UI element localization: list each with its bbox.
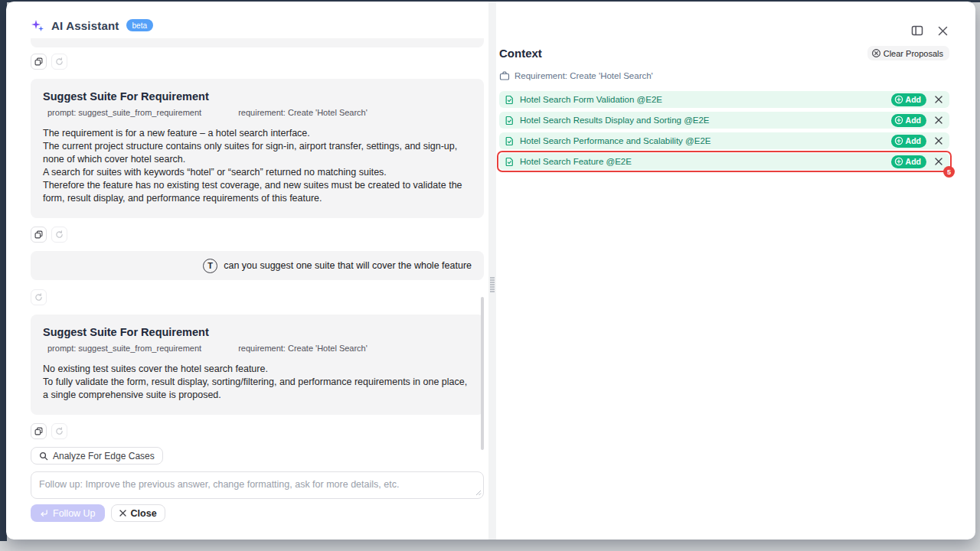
user-avatar: T — [203, 259, 217, 273]
x-icon — [935, 158, 942, 165]
toggle-sidepanel-button[interactable] — [911, 24, 923, 37]
refresh-icon — [55, 427, 64, 435]
add-button[interactable]: Add — [891, 135, 926, 148]
followup-input[interactable] — [31, 471, 484, 499]
requirement-label: Requirement: Create 'Hotel Search' — [514, 71, 653, 80]
refresh-icon — [55, 230, 64, 239]
plus-circle-icon — [894, 116, 903, 125]
proposal-label: Hotel Search Form Validation @E2E — [520, 95, 662, 104]
copy-button[interactable] — [31, 227, 47, 243]
refresh-icon — [55, 57, 64, 66]
add-button[interactable]: Add — [891, 114, 926, 127]
x-icon — [935, 137, 942, 145]
add-label: Add — [906, 116, 921, 125]
card-meta: prompt: suggest_suite_from_requirement r… — [43, 344, 472, 353]
message-actions — [31, 54, 484, 70]
prompt-meta: prompt: suggest_suite_from_requirement — [47, 108, 201, 117]
requirement-meta: requirement: Create 'Hotel Search' — [238, 344, 368, 353]
copy-icon — [34, 427, 43, 435]
message-actions — [31, 227, 484, 243]
assistant-card: Suggest Suite For Requirement prompt: su… — [31, 315, 484, 415]
dismiss-proposal-button[interactable] — [932, 93, 946, 106]
chat-scrollbar[interactable] — [481, 297, 484, 450]
plus-circle-icon — [894, 136, 903, 145]
return-icon — [40, 509, 48, 517]
add-label: Add — [906, 157, 921, 166]
proposal-list: Hotel Search Form Validation @E2E Add — [499, 91, 949, 170]
card-paragraph: The current project structure contains o… — [43, 140, 472, 166]
card-paragraph: No existing test suites cover the hotel … — [43, 363, 472, 376]
proposal-row[interactable]: Hotel Search Results Display and Sorting… — [499, 112, 949, 129]
search-icon — [39, 452, 48, 461]
plus-circle-icon — [894, 95, 903, 104]
dismiss-proposal-button[interactable] — [932, 155, 946, 168]
x-icon — [935, 96, 942, 103]
analyze-edge-cases-button[interactable]: Analyze For Edge Cases — [31, 447, 163, 465]
copy-button[interactable] — [31, 54, 47, 70]
page-title: AI Assistant — [51, 19, 119, 32]
dismiss-proposal-button[interactable] — [932, 113, 946, 127]
close-modal-button[interactable] — [938, 26, 948, 36]
card-body: No existing test suites cover the hotel … — [43, 363, 472, 402]
proposal-row-highlighted[interactable]: Hotel Search Feature @E2E Add — [499, 153, 949, 170]
card-paragraph: To fully validate the form, result displ… — [43, 376, 472, 402]
card-title: Suggest Suite For Requirement — [43, 326, 472, 338]
proposal-label: Hotel Search Feature @E2E — [520, 157, 632, 166]
add-label: Add — [906, 95, 921, 104]
clear-proposals-label: Clear Proposals — [884, 49, 943, 58]
regenerate-button[interactable] — [51, 227, 67, 243]
refresh-icon — [34, 293, 43, 302]
plus-circle-icon — [894, 157, 903, 166]
proposal-row[interactable]: Hotel Search Form Validation @E2E Add — [499, 91, 949, 108]
modal-header: AI Assistant beta — [31, 18, 153, 32]
assistant-card: Suggest Suite For Requirement prompt: su… — [31, 79, 484, 218]
regenerate-button[interactable] — [51, 423, 67, 439]
context-panel: Context Clear Proposals Requirement: Cre… — [499, 46, 949, 170]
beta-badge: beta — [126, 19, 153, 31]
user-message: T can you suggest one suite that will co… — [31, 251, 484, 280]
resize-handle-icon[interactable] — [475, 490, 482, 496]
briefcase-icon — [499, 70, 510, 81]
copy-icon — [34, 230, 43, 239]
clear-proposals-button[interactable]: Clear Proposals — [867, 46, 949, 60]
suite-file-icon — [505, 136, 514, 146]
dismiss-proposal-button[interactable] — [932, 134, 946, 148]
suite-file-icon — [505, 116, 514, 126]
chip-label: Analyze For Edge Cases — [53, 451, 155, 461]
requirement-meta: requirement: Create 'Hotel Search' — [238, 108, 368, 117]
follow-up-button[interactable]: Follow Up — [31, 504, 105, 522]
proposal-row[interactable]: Hotel Search Performance and Scalability… — [499, 132, 949, 149]
sparkles-icon — [31, 18, 44, 32]
copy-button[interactable] — [31, 423, 47, 439]
copy-icon — [34, 57, 43, 66]
suite-file-icon — [505, 95, 514, 105]
suite-file-icon — [505, 157, 514, 167]
message-actions — [31, 289, 484, 305]
context-requirement: Requirement: Create 'Hotel Search' — [499, 70, 949, 81]
close-icon — [938, 26, 948, 36]
drag-grip-icon[interactable] — [488, 277, 496, 292]
follow-up-label: Follow Up — [53, 508, 96, 519]
card-body: The requirement is for a new feature – a… — [43, 127, 472, 205]
context-title: Context — [499, 47, 542, 60]
annotation-badge: 5 — [943, 166, 955, 178]
add-button[interactable]: Add — [891, 93, 926, 106]
regenerate-button[interactable] — [31, 289, 47, 305]
previous-message-fragment — [31, 38, 484, 47]
proposal-label: Hotel Search Performance and Scalability… — [520, 136, 710, 145]
close-button[interactable]: Close — [111, 504, 165, 522]
card-paragraph: Therefore the feature has no existing te… — [43, 179, 472, 205]
prompt-meta: prompt: suggest_suite_from_requirement — [47, 344, 201, 353]
ai-assistant-modal: AI Assistant beta — [6, 2, 975, 540]
panel-layout-icon — [911, 24, 923, 37]
regenerate-button[interactable] — [51, 54, 67, 70]
card-title: Suggest Suite For Requirement — [43, 90, 472, 103]
close-label: Close — [131, 508, 157, 519]
chat-thread: Suggest Suite For Requirement prompt: su… — [31, 38, 484, 522]
circle-x-icon — [871, 48, 881, 58]
card-paragraph: The requirement is for a new feature – a… — [43, 127, 472, 140]
add-button[interactable]: Add — [891, 155, 926, 168]
panel-resize-divider[interactable] — [488, 2, 496, 540]
x-icon — [119, 510, 126, 517]
proposal-label: Hotel Search Results Display and Sorting… — [520, 116, 710, 125]
